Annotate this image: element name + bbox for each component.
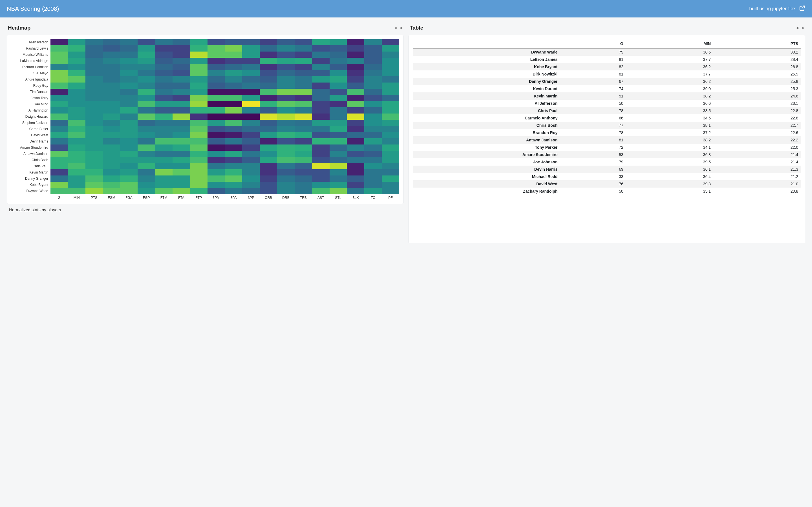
heatmap-cell[interactable] [312,89,329,95]
heatmap-cell[interactable] [260,188,277,194]
heatmap-cell[interactable] [260,58,277,64]
heatmap-cell[interactable] [295,70,312,76]
heatmap-cell[interactable] [207,151,225,157]
heatmap-cell[interactable] [138,132,155,138]
heatmap-cell[interactable] [312,138,329,145]
heatmap-cell[interactable] [347,169,364,175]
heatmap-cell[interactable] [242,157,260,163]
heatmap-cell[interactable] [347,188,364,194]
heatmap-cell[interactable] [329,95,347,101]
heatmap-cell[interactable] [86,114,103,120]
heatmap-cell[interactable] [120,145,138,151]
heatmap-cell[interactable] [50,169,68,175]
heatmap-cell[interactable] [347,95,364,101]
heatmap-cell[interactable] [155,126,172,132]
heatmap-cell[interactable] [242,151,260,157]
heatmap-cell[interactable] [364,188,382,194]
heatmap-cell[interactable] [138,138,155,145]
heatmap-cell[interactable] [103,101,120,107]
heatmap-cell[interactable] [172,95,190,101]
heatmap-cell[interactable] [295,82,312,89]
heatmap-cell[interactable] [68,175,86,182]
heatmap-cell[interactable] [382,82,399,89]
heatmap-cell[interactable] [329,39,347,45]
heatmap-cell[interactable] [364,126,382,132]
heatmap-cell[interactable] [120,45,138,52]
heatmap-cell[interactable] [50,64,68,70]
heatmap-cell[interactable] [225,145,242,151]
heatmap-cell[interactable] [86,95,103,101]
heatmap-cell[interactable] [50,76,68,82]
heatmap-cell[interactable] [312,101,329,107]
heatmap-cell[interactable] [190,157,207,163]
heatmap-cell[interactable] [277,39,295,45]
heatmap-cell[interactable] [347,157,364,163]
heatmap-cell[interactable] [86,120,103,126]
heatmap-cell[interactable] [329,126,347,132]
heatmap-cell[interactable] [295,120,312,126]
heatmap-cell[interactable] [347,107,364,114]
heatmap-cell[interactable] [260,82,277,89]
table-header-cell[interactable]: G [560,39,626,48]
heatmap-cell[interactable] [242,52,260,58]
heatmap-cell[interactable] [172,101,190,107]
heatmap-cell[interactable] [172,182,190,188]
heatmap-cell[interactable] [364,107,382,114]
heatmap-cell[interactable] [225,64,242,70]
heatmap-cell[interactable] [50,138,68,145]
heatmap-cell[interactable] [207,126,225,132]
heatmap-cell[interactable] [155,82,172,89]
heatmap-cell[interactable] [68,188,86,194]
heatmap-cell[interactable] [172,89,190,95]
heatmap-cell[interactable] [277,82,295,89]
heatmap-cell[interactable] [347,64,364,70]
heatmap-cell[interactable] [86,182,103,188]
heatmap-cell[interactable] [295,126,312,132]
heatmap-cell[interactable] [207,58,225,64]
heatmap-cell[interactable] [242,39,260,45]
heatmap-cell[interactable] [260,39,277,45]
heatmap-cell[interactable] [382,138,399,145]
heatmap-cell[interactable] [277,45,295,52]
heatmap-cell[interactable] [172,114,190,120]
heatmap-cell[interactable] [120,82,138,89]
heatmap-cell[interactable] [172,64,190,70]
heatmap-cell[interactable] [138,82,155,89]
heatmap-cell[interactable] [260,101,277,107]
heatmap-cell[interactable] [225,52,242,58]
heatmap-cell[interactable] [138,163,155,169]
heatmap-cell[interactable] [260,95,277,101]
heatmap-cell[interactable] [86,145,103,151]
heatmap-cell[interactable] [382,76,399,82]
heatmap-cell[interactable] [120,39,138,45]
heatmap-cell[interactable] [68,76,86,82]
heatmap-cell[interactable] [190,114,207,120]
heatmap-cell[interactable] [172,151,190,157]
heatmap-cell[interactable] [225,188,242,194]
heatmap-cell[interactable] [172,132,190,138]
heatmap-cell[interactable] [260,114,277,120]
heatmap-cell[interactable] [260,169,277,175]
heatmap-cell[interactable] [329,101,347,107]
heatmap-cell[interactable] [329,169,347,175]
heatmap-cell[interactable] [207,182,225,188]
heatmap-cell[interactable] [347,58,364,64]
heatmap-cell[interactable] [86,82,103,89]
heatmap-cell[interactable] [138,126,155,132]
heatmap-cell[interactable] [155,132,172,138]
heatmap-cell[interactable] [50,58,68,64]
heatmap-cell[interactable] [382,151,399,157]
heatmap-cell[interactable] [103,169,120,175]
heatmap-cell[interactable] [312,175,329,182]
heatmap-cell[interactable] [50,101,68,107]
heatmap-cell[interactable] [242,175,260,182]
heatmap-cell[interactable] [155,58,172,64]
heatmap-cell[interactable] [277,175,295,182]
heatmap-cell[interactable] [225,107,242,114]
heatmap-cell[interactable] [190,89,207,95]
heatmap-cell[interactable] [103,126,120,132]
heatmap-cell[interactable] [190,151,207,157]
heatmap-cell[interactable] [120,163,138,169]
heatmap-cell[interactable] [86,169,103,175]
heatmap-cell[interactable] [50,145,68,151]
